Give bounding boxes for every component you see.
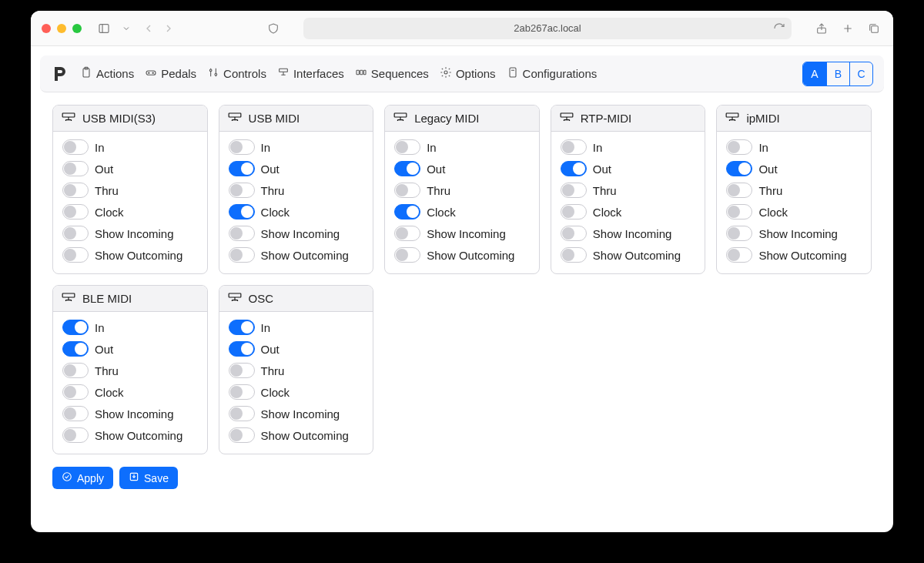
- option-label: Show Incoming: [95, 407, 174, 421]
- toggle-out[interactable]: [62, 161, 89, 176]
- toggle-out[interactable]: [561, 161, 587, 176]
- toggle-thru[interactable]: [229, 183, 255, 198]
- svg-point-11: [152, 72, 153, 73]
- forward-button[interactable]: [160, 20, 177, 37]
- toggle-clock[interactable]: [62, 384, 89, 400]
- tabs-icon[interactable]: [865, 20, 882, 37]
- sidebar-toggle-icon[interactable]: [95, 20, 112, 37]
- toggle-show-incoming[interactable]: [62, 226, 89, 241]
- toggle-thru[interactable]: [726, 183, 752, 198]
- option-label: Out: [593, 163, 611, 176]
- window-zoom-button[interactable]: [72, 24, 82, 33]
- action-bar: Apply Save: [52, 467, 872, 489]
- svg-rect-57: [229, 293, 241, 297]
- toggle-clock[interactable]: [726, 204, 752, 220]
- share-icon[interactable]: [813, 20, 830, 37]
- toggle-thru[interactable]: [561, 183, 587, 198]
- interface-card: BLE MIDIInOutThruClockShow IncomingShow …: [52, 285, 208, 454]
- segment-a[interactable]: A: [803, 62, 826, 85]
- svg-point-12: [209, 69, 212, 72]
- toggle-in[interactable]: [62, 320, 89, 335]
- option-row: Show Outcoming: [726, 247, 862, 263]
- toggle-in[interactable]: [561, 139, 587, 155]
- toggle-in[interactable]: [726, 139, 752, 155]
- toggle-show-incoming[interactable]: [229, 406, 255, 421]
- toggle-thru[interactable]: [62, 183, 89, 198]
- option-label: Out: [427, 163, 445, 176]
- address-bar[interactable]: 2ab267ac.local: [303, 18, 792, 39]
- nav-actions[interactable]: Actions: [80, 66, 134, 81]
- toggle-show-incoming[interactable]: [561, 226, 587, 241]
- option-row: In: [394, 139, 530, 155]
- toggle-thru[interactable]: [62, 363, 89, 378]
- chevron-down-icon[interactable]: [122, 20, 131, 37]
- toggle-in[interactable]: [229, 320, 255, 335]
- sequence-icon: [355, 66, 367, 81]
- option-row: Show Outcoming: [561, 247, 696, 263]
- option-row: In: [726, 139, 862, 155]
- toggle-show-outcoming[interactable]: [229, 247, 255, 263]
- toggle-out[interactable]: [394, 161, 420, 176]
- toggle-show-incoming[interactable]: [726, 226, 752, 241]
- toggle-show-incoming[interactable]: [62, 406, 89, 421]
- window-close-button[interactable]: [42, 24, 51, 33]
- option-row: Show Outcoming: [62, 427, 198, 443]
- option-row: Show Outcoming: [229, 427, 364, 443]
- option-row: Show Incoming: [229, 226, 364, 241]
- app-navbar: Actions Pedals Controls Interfaces Seque…: [40, 55, 884, 92]
- segment-c[interactable]: C: [849, 62, 872, 85]
- nav-interfaces[interactable]: Interfaces: [277, 66, 344, 81]
- toggle-clock[interactable]: [229, 204, 255, 220]
- toggle-show-incoming[interactable]: [229, 226, 255, 241]
- option-row: Thru: [229, 183, 364, 198]
- toggle-clock[interactable]: [561, 204, 587, 220]
- toggle-out[interactable]: [726, 161, 752, 176]
- interface-icon: [559, 112, 574, 125]
- toggle-out[interactable]: [229, 341, 255, 357]
- nav-pedals[interactable]: Pedals: [145, 66, 196, 81]
- toggle-show-outcoming[interactable]: [229, 427, 255, 443]
- toggle-in[interactable]: [62, 139, 89, 155]
- toggle-show-outcoming[interactable]: [726, 247, 752, 263]
- toggle-show-outcoming[interactable]: [62, 427, 89, 443]
- option-row: Show Outcoming: [62, 247, 198, 263]
- shield-icon[interactable]: [265, 20, 282, 37]
- option-row: Out: [62, 341, 198, 357]
- toggle-thru[interactable]: [394, 183, 420, 198]
- option-label: Show Incoming: [261, 227, 340, 240]
- toggle-clock[interactable]: [394, 204, 420, 220]
- card-title: USB MIDI(S3): [82, 112, 156, 125]
- toggle-show-incoming[interactable]: [394, 226, 420, 241]
- nav-controls[interactable]: Controls: [207, 66, 266, 81]
- toggle-in[interactable]: [229, 139, 255, 155]
- option-label: Thru: [593, 184, 617, 197]
- apply-button[interactable]: Apply: [52, 467, 113, 489]
- option-row: In: [561, 139, 696, 155]
- toggle-out[interactable]: [229, 161, 255, 176]
- save-button[interactable]: Save: [119, 467, 178, 489]
- new-tab-icon[interactable]: [839, 20, 856, 37]
- gamepad-icon: [145, 66, 157, 81]
- option-label: Thru: [261, 364, 285, 377]
- app-logo: [51, 65, 69, 83]
- toggle-in[interactable]: [394, 139, 420, 155]
- toggle-clock[interactable]: [62, 204, 89, 220]
- nav-options[interactable]: Options: [440, 66, 496, 81]
- reload-icon[interactable]: [773, 22, 785, 35]
- toggle-show-outcoming[interactable]: [62, 247, 89, 263]
- toggle-out[interactable]: [62, 341, 89, 357]
- nav-sequences[interactable]: Sequences: [355, 66, 429, 81]
- card-header: USB MIDI(S3): [53, 106, 207, 132]
- option-label: Thru: [427, 184, 450, 197]
- toggle-show-outcoming[interactable]: [394, 247, 420, 263]
- segment-b[interactable]: B: [826, 62, 849, 85]
- toggle-show-outcoming[interactable]: [561, 247, 587, 263]
- option-row: Show Incoming: [62, 226, 198, 241]
- window-minimize-button[interactable]: [57, 24, 66, 33]
- back-button[interactable]: [140, 20, 157, 37]
- option-row: Clock: [229, 384, 364, 400]
- option-label: Out: [261, 163, 280, 176]
- toggle-clock[interactable]: [229, 384, 255, 400]
- toggle-thru[interactable]: [229, 363, 255, 378]
- nav-configurations[interactable]: Configurations: [507, 66, 598, 81]
